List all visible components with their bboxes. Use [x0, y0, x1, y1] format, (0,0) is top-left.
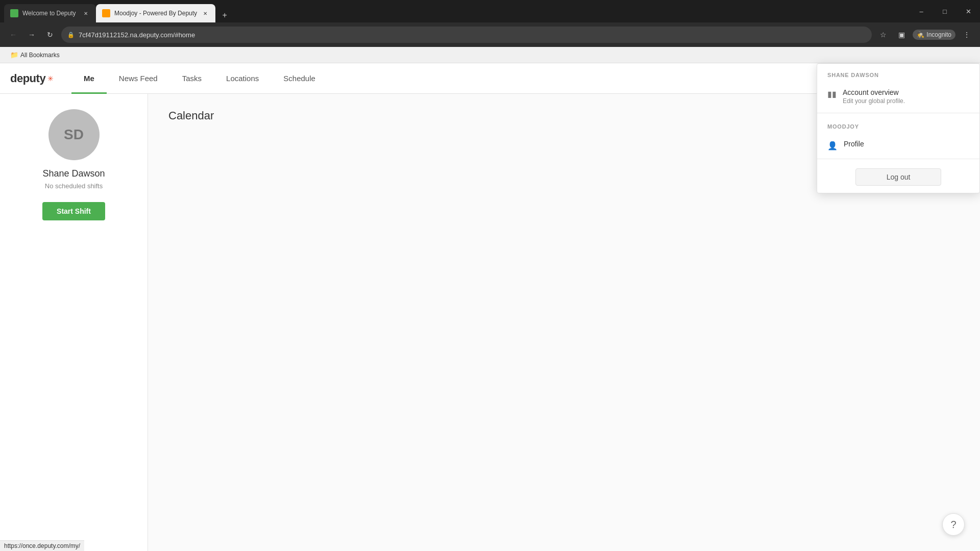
tab-title-deputy: Welcome to Deputy — [22, 10, 78, 17]
user-name: Shane Dawson — [42, 168, 105, 179]
bookmarks-item-all[interactable]: 📁 All Bookmarks — [6, 49, 64, 61]
new-tab-button[interactable]: + — [217, 8, 232, 22]
logout-button[interactable]: Log out — [855, 168, 942, 186]
incognito-label: Incognito — [926, 31, 951, 38]
incognito-badge: 🕵 Incognito — [913, 30, 955, 40]
tab-favicon-moodjoy — [102, 9, 110, 17]
dropdown-profile[interactable]: 👤 Profile — [817, 134, 979, 157]
nav-items: Me News Feed Tasks Locations Schedule — [71, 63, 328, 93]
nav-item-locations-label: Locations — [226, 74, 259, 83]
user-dropdown-menu: SHANE DAWSON ▮▮ Account overview Edit yo… — [817, 63, 980, 193]
profile-label: Profile — [844, 140, 864, 148]
help-button[interactable]: ? — [942, 513, 965, 536]
incognito-icon: 🕵 — [917, 31, 924, 38]
user-avatar-large: SD — [48, 109, 100, 160]
minimize-button[interactable]: – — [910, 0, 933, 22]
dropdown-account-overview[interactable]: ▮▮ Account overview Edit your global pro… — [817, 82, 979, 111]
dropdown-logout-area: Log out — [817, 161, 979, 193]
dropdown-account-content: Account overview Edit your global profil… — [843, 88, 905, 105]
shift-status: No scheduled shifts — [45, 182, 103, 190]
nav-item-me[interactable]: Me — [71, 64, 107, 94]
close-button[interactable]: ✕ — [957, 0, 980, 22]
extensions-button[interactable]: ⋮ — [960, 28, 974, 42]
deputy-logo-star: ✳ — [47, 74, 54, 83]
lock-icon: 🔒 — [67, 32, 75, 38]
browser-controls: ← → ↻ 🔒 7cf47d19112152.na.deputy.com/#ho… — [0, 22, 980, 47]
window-controls: – □ ✕ — [910, 0, 980, 22]
reload-button[interactable]: ↻ — [43, 28, 57, 42]
app-wrapper: deputy ✳ Me News Feed Tasks Locations Sc… — [0, 63, 980, 551]
status-bar: https://once.deputy.com/my/ — [0, 540, 84, 551]
tab-close-moodjoy[interactable]: ✕ — [201, 9, 209, 17]
browser-right-actions: ☆ ▣ 🕵 Incognito ⋮ — [876, 28, 974, 42]
account-overview-icon: ▮▮ — [827, 89, 837, 99]
bookmarks-bar: 📁 All Bookmarks — [0, 47, 980, 63]
back-button[interactable]: ← — [6, 28, 20, 42]
bookmark-star-button[interactable]: ☆ — [876, 28, 890, 42]
tab-moodjoy[interactable]: Moodjoy - Powered By Deputy ✕ — [96, 4, 215, 22]
dropdown-profile-content: Profile — [844, 140, 864, 148]
dropdown-divider — [817, 113, 979, 113]
nav-item-newsfeed[interactable]: News Feed — [107, 64, 170, 94]
nav-item-tasks[interactable]: Tasks — [170, 64, 214, 94]
tab-favicon-deputy — [10, 9, 18, 17]
bookmarks-label: All Bookmarks — [20, 52, 60, 59]
nav-item-tasks-label: Tasks — [182, 74, 202, 83]
address-bar[interactable]: 🔒 7cf47d19112152.na.deputy.com/#home — [61, 27, 872, 43]
deputy-logo[interactable]: deputy ✳ — [10, 72, 54, 85]
profile-button[interactable]: ▣ — [894, 28, 909, 42]
browser-chrome: Welcome to Deputy ✕ Moodjoy - Powered By… — [0, 0, 980, 63]
browser-tabs: Welcome to Deputy ✕ Moodjoy - Powered By… — [0, 0, 980, 22]
nav-item-me-label: Me — [84, 74, 94, 83]
nav-item-schedule-label: Schedule — [283, 74, 315, 83]
account-overview-subtitle: Edit your global profile. — [843, 97, 905, 105]
deputy-logo-text: deputy — [10, 72, 45, 85]
dropdown-divider-2 — [817, 159, 979, 159]
nav-item-schedule[interactable]: Schedule — [271, 64, 328, 94]
bookmark-folder-icon: 📁 — [10, 51, 18, 59]
url-text: 7cf47d19112152.na.deputy.com/#home — [79, 31, 866, 39]
logo-area: deputy ✳ — [0, 72, 71, 85]
profile-icon: 👤 — [827, 141, 838, 151]
dropdown-user-section-header: SHANE DAWSON — [817, 64, 979, 82]
tab-title-moodjoy: Moodjoy - Powered By Deputy — [114, 10, 197, 17]
forward-button[interactable]: → — [24, 28, 39, 42]
account-overview-title: Account overview — [843, 88, 905, 96]
start-shift-button[interactable]: Start Shift — [42, 202, 105, 220]
nav-item-newsfeed-label: News Feed — [119, 74, 158, 83]
sidebar: SD Shane Dawson No scheduled shifts Star… — [0, 94, 148, 551]
nav-item-locations[interactable]: Locations — [214, 64, 271, 94]
tab-close-deputy[interactable]: ✕ — [82, 9, 90, 17]
status-bar-url: https://once.deputy.com/my/ — [4, 542, 80, 549]
dropdown-org-section-header: MOODJOY — [817, 115, 979, 134]
tab-welcome-to-deputy[interactable]: Welcome to Deputy ✕ — [4, 4, 96, 22]
maximize-button[interactable]: □ — [933, 0, 957, 22]
